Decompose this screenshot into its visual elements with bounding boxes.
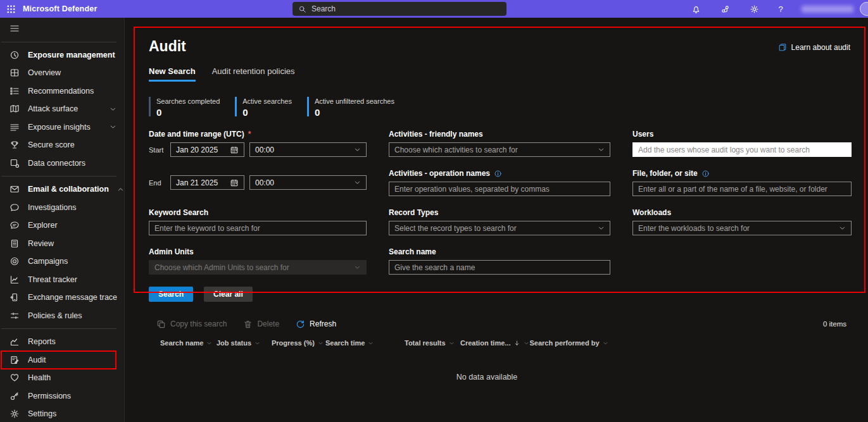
sidebar-divider bbox=[1, 328, 116, 329]
grid-icon bbox=[9, 68, 20, 78]
sidebar-item[interactable]: Campaigns bbox=[0, 252, 124, 271]
sidebar-item[interactable]: Overview bbox=[0, 64, 124, 82]
copy-icon bbox=[156, 320, 166, 329]
tab[interactable]: Audit retention policies bbox=[212, 66, 295, 82]
record-types-label: Record Types bbox=[389, 208, 610, 217]
toolbar-action[interactable]: Refresh bbox=[296, 320, 336, 329]
info-icon[interactable] bbox=[494, 170, 502, 178]
column-header[interactable]: Creation time... bbox=[460, 339, 529, 347]
docs-icon bbox=[778, 43, 787, 52]
sidebar-collapse-button[interactable] bbox=[0, 20, 124, 38]
sidebar-item[interactable]: Exposure management bbox=[0, 46, 124, 65]
stat-value: 0 bbox=[315, 107, 394, 118]
topbar-action-button[interactable]: ? bbox=[769, 0, 798, 18]
users-label: Users bbox=[632, 130, 852, 139]
start-time-select[interactable]: 00:00 bbox=[249, 142, 367, 157]
workloads-label: Workloads bbox=[632, 208, 852, 217]
learn-about-audit-link[interactable]: Learn about audit bbox=[778, 43, 850, 52]
toolbar-action[interactable]: Delete bbox=[243, 320, 279, 329]
activities-operation-label: Activities - operation names bbox=[389, 169, 610, 178]
sidebar-item[interactable]: Settings bbox=[0, 405, 124, 422]
chevron-down-icon bbox=[354, 146, 361, 153]
sidebar-item-label: Exposure insights bbox=[28, 123, 91, 132]
file-folder-site-label: File, folder, or site bbox=[632, 169, 852, 178]
settings-icon bbox=[750, 4, 759, 14]
date-range-label: Date and time range (UTC) * bbox=[149, 130, 367, 139]
sidebar-item[interactable]: Email & collaboration bbox=[0, 180, 124, 199]
column-header[interactable]: Search performed by bbox=[529, 339, 608, 347]
activities-friendly-select[interactable]: Choose which activities to search for bbox=[389, 142, 610, 157]
start-date-picker[interactable]: Jan 20 2025 bbox=[170, 142, 244, 157]
connector-icon bbox=[9, 158, 20, 168]
sidebar-item[interactable]: Data connectors bbox=[0, 154, 124, 173]
column-header[interactable]: Search name bbox=[160, 339, 217, 347]
record-types-select[interactable]: Select the record types to search for bbox=[389, 221, 610, 235]
end-label: End bbox=[149, 179, 165, 187]
sidebar-nav: Exposure management Overview Recommendat… bbox=[0, 18, 125, 422]
avatar[interactable] bbox=[860, 2, 868, 16]
search-button[interactable]: Search bbox=[149, 287, 193, 302]
refresh-icon bbox=[296, 320, 305, 329]
required-asterisk: * bbox=[248, 130, 251, 139]
sidebar-divider bbox=[1, 42, 116, 42]
sidebar-item-label: Secure score bbox=[28, 140, 75, 149]
sidebar-item-label: Exposure management bbox=[28, 51, 115, 59]
admin-units-select: Choose which Admin Units to search for bbox=[149, 260, 367, 275]
search-name-input[interactable] bbox=[389, 260, 610, 275]
chevron-down-icon bbox=[603, 340, 608, 346]
help-icon: ? bbox=[779, 4, 788, 14]
sidebar-item[interactable]: Review bbox=[0, 235, 124, 253]
file-folder-site-input[interactable] bbox=[632, 182, 852, 196]
sidebar-item[interactable]: Audit bbox=[0, 351, 124, 369]
sidebar-item-label: Settings bbox=[28, 409, 56, 418]
tab[interactable]: New Search bbox=[149, 66, 196, 82]
topbar-action-button[interactable] bbox=[710, 0, 739, 18]
topbar-action-button[interactable] bbox=[681, 0, 710, 18]
keyword-input[interactable] bbox=[149, 221, 367, 235]
app-title: Microsoft Defender bbox=[23, 4, 97, 13]
sidebar-item-label: Policies & rules bbox=[28, 311, 82, 320]
global-search-input[interactable] bbox=[311, 4, 501, 13]
sidebar-item-label: Health bbox=[28, 373, 51, 382]
user-name-redacted bbox=[802, 6, 853, 13]
sidebar-item[interactable]: Recommendations bbox=[0, 82, 124, 101]
top-bar: Microsoft Defender ? bbox=[0, 0, 868, 18]
sidebar-item[interactable]: Health bbox=[0, 369, 124, 387]
sidebar-item[interactable]: Exposure insights bbox=[0, 118, 124, 137]
sidebar-item[interactable]: Threat tracker bbox=[0, 271, 124, 289]
calendar-icon bbox=[230, 178, 239, 187]
column-header[interactable]: Job status bbox=[217, 339, 272, 347]
column-header[interactable]: Total results bbox=[405, 339, 460, 347]
chevron-down-icon bbox=[354, 264, 361, 271]
sidebar-item[interactable]: Exchange message trace bbox=[0, 289, 124, 307]
app-launcher-button[interactable] bbox=[0, 0, 22, 18]
sidebar-item[interactable]: Attack surface bbox=[0, 100, 124, 118]
end-date-picker[interactable]: Jan 21 2025 bbox=[170, 175, 244, 190]
toolbar-action[interactable]: Copy this search bbox=[156, 320, 227, 329]
sidebar-item[interactable]: Reports bbox=[0, 333, 124, 351]
global-search[interactable] bbox=[292, 2, 506, 16]
trash-icon bbox=[243, 320, 253, 329]
sidebar-item[interactable]: Policies & rules bbox=[0, 307, 124, 325]
chevron-up-icon bbox=[123, 51, 125, 58]
activities-operation-input[interactable] bbox=[389, 182, 610, 196]
stat-kpi: Active unfiltered searches 0 bbox=[307, 97, 394, 118]
info-icon[interactable] bbox=[701, 170, 710, 178]
stat-label: Searches completed bbox=[156, 97, 220, 105]
column-header[interactable]: Progress (%) bbox=[272, 339, 325, 347]
end-time-select[interactable]: 00:00 bbox=[249, 175, 367, 190]
workloads-select[interactable]: Enter the workloads to search for bbox=[632, 221, 852, 235]
column-header[interactable]: Search time bbox=[325, 339, 405, 347]
sidebar-item[interactable]: Permissions bbox=[0, 387, 124, 406]
sidebar-item[interactable]: Secure score bbox=[0, 136, 124, 154]
users-input[interactable] bbox=[632, 142, 852, 157]
stat-kpi: Active searches 0 bbox=[235, 97, 292, 118]
chevron-down-icon bbox=[110, 123, 116, 130]
topbar-action-button[interactable] bbox=[739, 0, 769, 18]
sidebar-divider bbox=[1, 176, 116, 177]
sidebar-item[interactable]: Investigations bbox=[0, 199, 124, 217]
clear-all-button[interactable]: Clear all bbox=[204, 287, 253, 302]
sliders-icon bbox=[9, 311, 20, 321]
sidebar-item[interactable]: Explorer bbox=[0, 216, 124, 235]
tab-bar: New Search Audit retention policies bbox=[149, 66, 850, 82]
